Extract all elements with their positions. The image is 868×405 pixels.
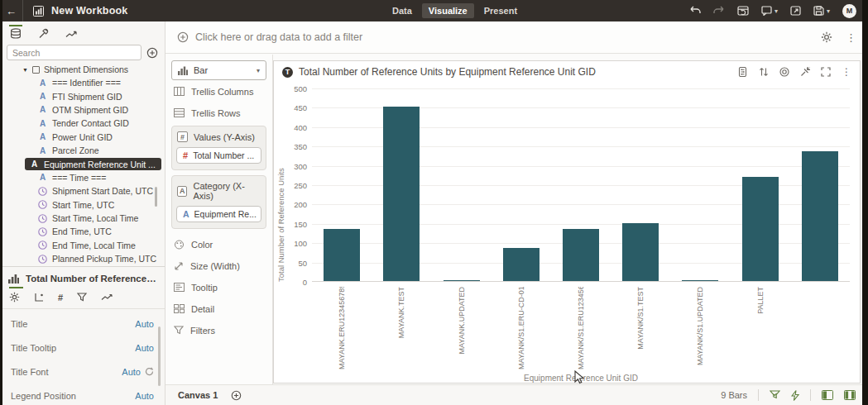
divider xyxy=(758,389,759,401)
tree-scrollbar[interactable] xyxy=(155,187,157,207)
filter-settings-icon[interactable] xyxy=(77,293,87,302)
comments-menu-icon[interactable]: ▾ xyxy=(761,6,778,16)
viz-pointer-icon[interactable] xyxy=(800,67,810,77)
viz-target-icon[interactable] xyxy=(779,67,789,77)
bar[interactable] xyxy=(802,151,838,281)
tree-item[interactable]: Start Time, UTC xyxy=(0,198,165,212)
property-value[interactable]: Auto xyxy=(135,391,154,401)
redo-icon[interactable] xyxy=(713,6,725,16)
canvas-tab[interactable]: Canvas 1 xyxy=(178,390,218,400)
viz-sort-icon[interactable] xyxy=(759,67,769,77)
tree-item-label: Start Time, Local Time xyxy=(52,213,138,223)
drop-zone-detail[interactable]: Detail xyxy=(171,298,266,319)
user-avatar[interactable]: M xyxy=(842,4,856,18)
tree-item[interactable]: End Time, UTC xyxy=(0,225,165,238)
bar[interactable] xyxy=(444,280,480,282)
values-settings-icon[interactable]: # xyxy=(58,293,63,303)
open-window-icon[interactable] xyxy=(790,6,801,16)
x-label-column: MAYANK/S1.TEST xyxy=(611,287,670,369)
property-row[interactable]: TitleAuto xyxy=(11,312,154,336)
clock-icon xyxy=(38,255,47,264)
axis-settings-icon[interactable] xyxy=(34,293,44,303)
back-button[interactable]: ← xyxy=(0,0,23,21)
sidebar-tabs xyxy=(0,21,165,41)
drop-zone-tooltip[interactable]: Tooltip xyxy=(171,277,266,298)
viz-maximize-icon[interactable] xyxy=(821,67,831,77)
bar[interactable] xyxy=(622,223,659,281)
plot-area[interactable] xyxy=(312,88,850,282)
tab-present[interactable]: Present xyxy=(477,3,524,18)
data-tab-icon[interactable] xyxy=(10,25,22,42)
bar[interactable] xyxy=(682,280,718,282)
chart-plot-region[interactable]: Total Number of Reference Units MAYANK.E… xyxy=(274,83,860,383)
tree-item[interactable]: AOTM Shipment GID xyxy=(0,103,165,117)
property-value[interactable]: Auto xyxy=(122,367,141,377)
analytics-settings-icon[interactable] xyxy=(101,293,113,302)
viz-menu-kebab-icon[interactable]: ⋮ xyxy=(842,67,851,77)
properties-scrollbar[interactable] xyxy=(158,326,161,386)
y-tick-label: 450 xyxy=(281,103,307,112)
tree-item[interactable]: AParcel Zone xyxy=(0,144,165,157)
general-settings-icon[interactable] xyxy=(9,292,20,303)
layout-both-panels-icon[interactable] xyxy=(844,390,856,400)
category-pill-equipment[interactable]: A Equipment Re... xyxy=(176,206,261,222)
drop-zone-size-width[interactable]: Size (Width) xyxy=(171,255,266,276)
viz-type-dropdown[interactable]: Bar ▾ xyxy=(171,60,266,80)
tab-data[interactable]: Data xyxy=(386,3,419,18)
tree-item-label: Equipment Reference Unit ... xyxy=(44,160,156,169)
clock-icon xyxy=(38,200,47,209)
property-value[interactable]: Auto xyxy=(135,319,154,329)
drop-zone-color[interactable]: Color xyxy=(171,234,266,255)
clock-icon xyxy=(38,241,47,250)
x-tick-label: MAYANK/S1.ERU1234567... xyxy=(577,287,585,369)
layout-left-panel-icon[interactable] xyxy=(822,390,833,400)
drop-zone-trellis-columns[interactable]: Trellis Columns xyxy=(171,81,266,102)
drop-zone-values-y-axis[interactable]: # Values (Y-Axis) # Total Number ... xyxy=(171,126,266,170)
tree-folder-shipment-dimensions[interactable]: ▼ Shipment Dimensions xyxy=(0,63,165,76)
drop-zone-trellis-rows[interactable]: Trellis Rows xyxy=(171,102,266,123)
filter-bar[interactable]: Click here or drag data to add a filter … xyxy=(165,21,868,54)
canvas-settings-gear-icon[interactable] xyxy=(821,31,832,43)
bar[interactable] xyxy=(383,107,420,281)
values-pill-total-number[interactable]: # Total Number ... xyxy=(176,147,261,164)
canvas-menu-kebab-icon[interactable]: ⋮ xyxy=(846,32,856,43)
add-canvas-icon[interactable] xyxy=(231,390,242,401)
bar[interactable] xyxy=(324,229,360,281)
auto-apply-bolt-icon[interactable] xyxy=(791,390,799,401)
analytics-tab-icon[interactable] xyxy=(65,25,78,42)
drop-zone-category-x-axis[interactable]: A Category (X-Axis) A Equipment Re... xyxy=(171,175,266,229)
tree-item[interactable]: ATender Contact GID xyxy=(0,117,165,130)
filter-check-icon[interactable] xyxy=(770,390,780,400)
property-row[interactable]: Title FontAuto xyxy=(11,360,154,384)
tree-item[interactable]: Start Time, Local Time xyxy=(0,212,165,225)
bar[interactable] xyxy=(563,229,599,281)
properties-header: Total Number of Reference Unit... xyxy=(0,267,165,284)
property-row[interactable]: Title TooltipAuto xyxy=(11,336,154,360)
property-row[interactable]: Legend PositionAuto xyxy=(11,384,154,405)
drop-zone-filters[interactable]: Filters xyxy=(171,320,266,341)
x-tick-label: MAYANK.UPDATED xyxy=(458,287,466,355)
bar[interactable] xyxy=(503,248,540,281)
undo-icon[interactable] xyxy=(689,6,701,16)
search-input[interactable] xyxy=(7,45,141,60)
property-value[interactable]: Auto xyxy=(135,343,154,353)
viz-filter-controls-icon[interactable] xyxy=(737,67,748,77)
canvas-bar: Canvas 1 9 Bars xyxy=(165,384,868,405)
tree-item[interactable]: AEquipment Reference Unit ... xyxy=(0,157,165,170)
window-edge-right xyxy=(862,0,868,405)
visualizations-tab-icon[interactable] xyxy=(38,25,49,42)
tree-item[interactable]: A=== Time === xyxy=(0,171,165,184)
tree-item[interactable]: AFTI Shipment GID xyxy=(0,89,165,102)
tree-item[interactable]: End Time, Local Time xyxy=(0,239,165,252)
tree-item[interactable]: Shipment Start Date, UTC xyxy=(0,184,165,198)
refresh-data-icon[interactable] xyxy=(737,6,749,17)
add-data-icon[interactable] xyxy=(146,47,158,59)
viz-card[interactable]: T Total Number of Reference Units by Equ… xyxy=(273,60,861,384)
tree-item[interactable]: A=== Identifier === xyxy=(0,76,165,89)
tree-item[interactable]: APower Unit GID xyxy=(0,131,165,144)
tree-item[interactable]: Planned Pickup Time, UTC xyxy=(0,252,165,265)
save-menu-icon[interactable]: ▾ xyxy=(813,6,830,16)
tree-item-label: Power Unit GID xyxy=(52,132,113,142)
tab-visualize[interactable]: Visualize xyxy=(422,3,474,18)
bar[interactable] xyxy=(742,177,779,281)
